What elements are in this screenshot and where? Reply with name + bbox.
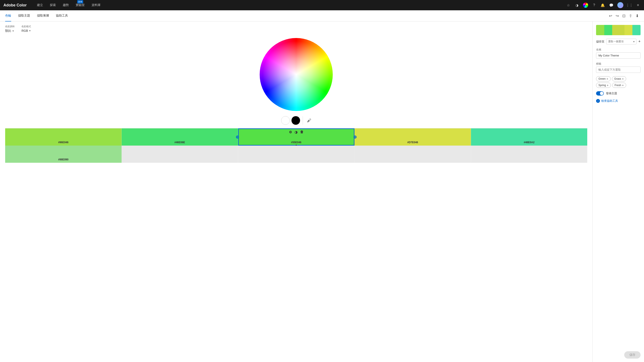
harmony-setting: 色彩調和 類比 ▾ xyxy=(5,25,14,33)
tab-tools[interactable]: 協助工具 xyxy=(56,10,68,21)
color-wheel-icon[interactable] xyxy=(583,2,588,8)
top-nav: Adobe Color 建立 探索 趨勢 新增 實驗室 資料庫 ☆ ◑ ? 🔔 … xyxy=(0,0,644,10)
swatch-2[interactable]: #46E06E xyxy=(122,128,238,146)
foreground-swatch[interactable] xyxy=(281,116,290,125)
fg-bg-swatches: 🖋 xyxy=(281,116,312,125)
share-button[interactable]: ⇧ xyxy=(629,13,632,18)
tags-input[interactable] xyxy=(596,67,640,73)
background-swatch[interactable] xyxy=(292,116,300,125)
add-swatch-right[interactable]: ⊕ xyxy=(353,134,357,140)
swatch-3-hex: #55E046 xyxy=(291,141,301,144)
publish-toggle-row: 發佈主題 xyxy=(596,91,640,96)
save-section: 儲存至 選取一個選項 ▾ + xyxy=(596,39,640,44)
delete-icon[interactable]: 🗑 xyxy=(300,130,304,134)
swatch-5-hex: #46E0A2 xyxy=(524,141,534,144)
notification-icon[interactable]: 🔔 xyxy=(600,2,605,8)
mode-select[interactable]: RGB ▾ xyxy=(22,29,31,32)
mode-setting: 色彩模式 RGB ▾ xyxy=(22,25,31,33)
swatch-1[interactable]: #96E046 xyxy=(5,128,122,146)
info-icon: i xyxy=(596,99,600,103)
tag-grass[interactable]: Grass + xyxy=(612,76,626,81)
right-panel: 儲存至 選取一個選項 ▾ + 名稱 標籤 Green + Grass + xyxy=(592,21,644,362)
color-settings: 色彩調和 類比 ▾ 色彩模式 RGB ▾ xyxy=(5,25,587,33)
toolbar-actions: ↩ ↪ ⊡ ⇧ ⬇ xyxy=(609,13,639,18)
filter-icon[interactable]: ⚙ xyxy=(289,130,292,134)
swatch-3[interactable]: ⊕ ⚙ ◑ 🗑 #55E046 ▲ ⊕ xyxy=(238,128,355,146)
tab-extract-theme[interactable]: 擷取主題 xyxy=(18,10,30,21)
nav-library[interactable]: 資料庫 xyxy=(92,3,100,7)
moon-icon[interactable]: ◑ xyxy=(574,2,580,8)
save-select-dropdown[interactable]: 選取一個選項 ▾ xyxy=(606,39,636,44)
nav-create[interactable]: 建立 xyxy=(37,3,43,7)
swatch2-1-hex: #98E090 xyxy=(58,158,68,161)
tag-green[interactable]: Green + xyxy=(596,76,611,81)
eyedropper-button[interactable]: 🖋 xyxy=(307,118,312,123)
secondary-nav: 色輪 擷取主題 擷取漸層 協助工具 ↩ ↪ ⊡ ⇧ ⬇ xyxy=(0,10,644,21)
tag-green-plus: + xyxy=(606,77,608,81)
apps-icon[interactable]: ⋮⋮ xyxy=(627,2,632,8)
swatch-4-hex: #D7E046 xyxy=(407,141,418,144)
redo-button[interactable]: ↪ xyxy=(616,13,619,18)
tag-spring[interactable]: Spring + xyxy=(596,83,611,88)
swatch-5[interactable]: #46E0A2 xyxy=(471,128,587,146)
preview-3 xyxy=(612,25,624,35)
color-preview-strip xyxy=(596,25,640,35)
help-icon[interactable]: ? xyxy=(592,2,597,8)
preview-4 xyxy=(624,25,632,35)
tab-extract-gradient[interactable]: 擷取漸層 xyxy=(37,10,49,21)
name-input[interactable] xyxy=(596,52,640,59)
swatch2-5[interactable] xyxy=(471,146,587,163)
harmony-label: 色彩調和 xyxy=(5,25,14,28)
left-panel: 色彩調和 類比 ▾ 色彩模式 RGB ▾ xyxy=(0,21,592,362)
fullscreen-button[interactable]: ⊡ xyxy=(622,13,626,18)
swatches-row-2: #98E090 xyxy=(5,146,587,163)
swatch2-4[interactable] xyxy=(354,146,471,163)
star-icon[interactable]: ☆ xyxy=(566,2,571,8)
undo-button[interactable]: ↩ xyxy=(609,13,612,18)
nav-badge: 新增 xyxy=(77,0,83,3)
tab-color-wheel[interactable]: 色輪 xyxy=(5,10,11,21)
tag-fresh[interactable]: Fresh + xyxy=(612,83,626,88)
swatch-arrow: ▲ xyxy=(295,144,297,146)
chat-icon[interactable]: 💬 xyxy=(609,2,614,8)
accessibility-link[interactable]: i 檢查協助工具 xyxy=(596,99,640,103)
nav-icons: ☆ ◑ ? 🔔 💬 ⋮⋮ ≡ xyxy=(566,2,640,8)
swatch2-3[interactable] xyxy=(238,146,355,163)
color-swatches-section: #96E046 #46E06E ⊕ ⚙ ◑ 🗑 #55E046 ▲ ⊕ xyxy=(5,128,587,163)
nav-explore[interactable]: 探索 xyxy=(50,3,56,7)
app-logo: Adobe Color xyxy=(4,3,27,7)
mode-chevron: ▾ xyxy=(29,29,30,32)
swatch-controls: ⚙ ◑ 🗑 xyxy=(238,130,354,134)
tag-spring-plus: + xyxy=(607,84,608,87)
color-wheel-container[interactable] xyxy=(260,38,333,111)
download-button[interactable]: ⬇ xyxy=(636,13,639,18)
preview-5 xyxy=(632,25,640,35)
tag-grass-plus: + xyxy=(622,77,624,81)
nav-trends[interactable]: 趨勢 xyxy=(63,3,69,7)
swatch-4[interactable]: #D7E046 xyxy=(354,128,471,146)
publish-toggle[interactable] xyxy=(596,91,604,96)
adjust-icon[interactable]: ◑ xyxy=(294,130,298,134)
swatch2-2[interactable] xyxy=(122,146,238,163)
mode-label: 色彩模式 xyxy=(22,25,31,28)
preview-2 xyxy=(604,25,612,35)
menu-icon[interactable]: ≡ xyxy=(636,2,640,8)
swatch2-1[interactable]: #98E090 xyxy=(5,146,122,163)
save-add-button[interactable]: + xyxy=(638,39,640,44)
save-button[interactable]: 儲存 xyxy=(624,351,640,359)
swatch-1-hex: #96E046 xyxy=(58,141,68,144)
tags-field-label: 標籤 xyxy=(596,62,640,66)
harmony-select[interactable]: 類比 ▾ xyxy=(5,29,14,33)
add-swatch-left[interactable]: ⊕ xyxy=(236,134,239,140)
harmony-chevron: ▾ xyxy=(12,29,14,32)
tag-fresh-plus: + xyxy=(622,84,624,87)
preview-1 xyxy=(596,25,604,35)
publish-label: 發佈主題 xyxy=(606,91,617,95)
nav-links: 建立 探索 趨勢 新增 實驗室 資料庫 xyxy=(37,3,559,7)
swatch-2-hex: #46E06E xyxy=(174,141,185,144)
nav-lab[interactable]: 新增 實驗室 xyxy=(76,3,85,7)
name-field-label: 名稱 xyxy=(596,48,640,51)
main-layout: 色彩調和 類比 ▾ 色彩模式 RGB ▾ xyxy=(0,21,644,362)
name-field-group: 名稱 xyxy=(596,48,640,59)
user-avatar[interactable] xyxy=(617,2,623,8)
